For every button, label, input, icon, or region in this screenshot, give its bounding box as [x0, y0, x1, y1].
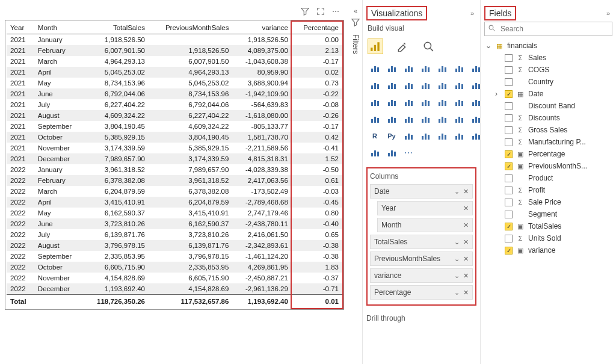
viz-donut-icon[interactable]: [401, 95, 416, 110]
viz-scatter-icon[interactable]: [368, 95, 382, 110]
table-row[interactable]: 2021July6,227,404.226,792,044.06-564,639…: [7, 99, 342, 110]
collapse-viz-icon[interactable]: »: [468, 10, 476, 17]
viz-pie-icon[interactable]: [384, 95, 399, 110]
checkbox[interactable]: ✓: [505, 162, 513, 170]
table-node-financials[interactable]: ⌄ ▦ financials: [484, 40, 612, 52]
focus-mode-icon[interactable]: [316, 7, 325, 17]
viz-area-icon[interactable]: [368, 78, 382, 93]
field-well-date[interactable]: Date⌄✕: [370, 184, 473, 199]
checkbox[interactable]: [505, 66, 513, 74]
field-totalsales[interactable]: ✓▣TotalSales: [484, 220, 612, 232]
viz-more-icon[interactable]: ⋯: [401, 146, 416, 160]
table-row[interactable]: 2021March4,964,293.136,007,901.50-1,043,…: [7, 56, 342, 67]
viz-stacked-col-icon[interactable]: [384, 61, 399, 76]
field-unitssold[interactable]: ΣUnits Sold: [484, 232, 612, 244]
viz-ribbon-icon[interactable]: [435, 78, 449, 93]
table-row[interactable]: 2021April5,045,253.024,964,293.1380,959.…: [7, 67, 342, 78]
viz-stacked-area-icon[interactable]: [384, 78, 399, 93]
col-header-variance[interactable]: variance: [232, 22, 291, 34]
table-row[interactable]: 2022June3,723,810.266,162,590.37-2,438,7…: [7, 218, 342, 229]
viz-waterfall-icon[interactable]: [452, 78, 466, 93]
viz-gauge-icon[interactable]: [368, 112, 382, 126]
table-row[interactable]: 2021August4,609,324.226,227,404.22-1,618…: [7, 110, 342, 121]
filters-tab-icon[interactable]: [351, 18, 360, 28]
more-options-icon[interactable]: ⋯: [332, 7, 340, 17]
viz-kpi-icon[interactable]: [418, 112, 433, 126]
checkbox[interactable]: [505, 138, 513, 146]
field-well-previousmonthsales[interactable]: PreviousMonthSales⌄✕: [370, 251, 473, 266]
collapse-fields-icon[interactable]: »: [604, 10, 612, 17]
viz-python-icon[interactable]: Py: [384, 129, 399, 143]
chevron-down-icon[interactable]: ⌄: [454, 255, 460, 263]
viz-stacked-bar-icon[interactable]: [368, 61, 382, 76]
checkbox[interactable]: ✓: [505, 90, 513, 98]
remove-icon[interactable]: ✕: [463, 205, 469, 212]
field-percentage[interactable]: ✓▣Percentage: [484, 148, 612, 160]
checkbox[interactable]: [505, 211, 513, 218]
col-header-previousmonthsales[interactable]: PreviousMonthSales: [149, 22, 232, 34]
viz-clustered-col-icon[interactable]: [418, 61, 433, 76]
filters-tab-label[interactable]: Filters: [351, 34, 360, 54]
table-row[interactable]: 2021February6,007,901.501,918,526.504,08…: [7, 45, 342, 56]
table-row[interactable]: 2021October5,385,929.153,804,190.451,581…: [7, 132, 342, 143]
table-row[interactable]: 2022July6,139,871.763,723,810.262,416,06…: [7, 229, 342, 240]
build-visual-tab[interactable]: [368, 39, 383, 54]
remove-icon[interactable]: ✕: [463, 238, 469, 246]
table-row[interactable]: 2022February6,378,382.083,961,318.522,41…: [7, 175, 342, 186]
checkbox[interactable]: [505, 54, 513, 62]
table-row[interactable]: 2022October6,605,715.902,335,853.954,269…: [7, 262, 342, 273]
viz-slicer-icon[interactable]: [435, 112, 449, 126]
table-row[interactable]: 2021November3,174,339.595,385,929.15-2,2…: [7, 143, 342, 153]
table-row[interactable]: 2021June6,792,044.068,734,153.96-1,942,1…: [7, 88, 342, 99]
chevron-down-icon[interactable]: ⌄: [454, 238, 460, 246]
checkbox[interactable]: [505, 78, 513, 86]
field-country[interactable]: Country: [484, 76, 612, 88]
table-row[interactable]: 2021January1,918,526.501,918,526.500.00: [7, 34, 342, 46]
field-well-totalsales[interactable]: TotalSales⌄✕: [370, 235, 473, 249]
field-sales[interactable]: ΣSales: [484, 52, 612, 64]
table-row[interactable]: 2022August3,796,978.156,139,871.76-2,342…: [7, 240, 342, 251]
field-profit[interactable]: ΣProfit: [484, 184, 612, 196]
filter-icon[interactable]: [301, 7, 309, 17]
checkbox[interactable]: ✓: [505, 247, 513, 254]
table-row[interactable]: 2022November4,154,828.696,605,715.90-2,4…: [7, 273, 342, 283]
field-well-variance[interactable]: variance⌄✕: [370, 268, 473, 283]
analytics-tab[interactable]: [420, 39, 436, 54]
viz-narrative-icon[interactable]: [452, 129, 466, 143]
field-manufacturingp[interactable]: ΣManufacturing P...: [484, 136, 612, 148]
checkbox[interactable]: ✓: [505, 150, 513, 158]
col-header-month[interactable]: Month: [34, 22, 83, 34]
viz-line-col-icon[interactable]: [401, 78, 416, 93]
checkbox[interactable]: [505, 187, 513, 194]
viz-table-icon[interactable]: [452, 112, 466, 126]
field-variance[interactable]: ✓▣variance: [484, 244, 612, 256]
col-header-totalsales[interactable]: TotalSales: [83, 22, 149, 34]
field-well-month[interactable]: Month✕: [377, 218, 473, 232]
format-visual-tab[interactable]: [394, 39, 410, 54]
viz-100-col-icon[interactable]: [452, 61, 466, 76]
viz-card-icon[interactable]: [384, 112, 399, 126]
table-row[interactable]: 2022April3,415,410.916,204,879.59-2,789,…: [7, 197, 342, 208]
viz-decomp-icon[interactable]: [418, 129, 433, 143]
viz-qna-icon[interactable]: [435, 129, 449, 143]
field-cogs[interactable]: ΣCOGS: [484, 64, 612, 76]
field-previousmonths[interactable]: ✓▣PreviousMonthS...: [484, 160, 612, 172]
checkbox[interactable]: [505, 126, 513, 134]
fields-search[interactable]: [484, 22, 612, 36]
viz-powerapps-icon[interactable]: [384, 146, 399, 160]
viz-100-bar-icon[interactable]: [435, 61, 449, 76]
field-well-year[interactable]: Year✕: [377, 201, 473, 215]
table-visual[interactable]: YearMonthTotalSalesPreviousMonthSalesvar…: [5, 20, 344, 310]
field-saleprice[interactable]: ΣSale Price: [484, 196, 612, 208]
viz-arcgis-icon[interactable]: [368, 146, 382, 160]
remove-icon[interactable]: ✕: [463, 272, 469, 280]
remove-icon[interactable]: ✕: [463, 221, 469, 229]
field-discountband[interactable]: Discount Band: [484, 100, 612, 112]
field-well-percentage[interactable]: Percentage⌄✕: [370, 285, 473, 300]
viz-treemap-icon[interactable]: [418, 95, 433, 110]
viz-r-icon[interactable]: R: [368, 129, 382, 143]
chevron-down-icon[interactable]: ⌄: [454, 188, 460, 196]
remove-icon[interactable]: ✕: [463, 289, 469, 297]
remove-icon[interactable]: ✕: [463, 188, 469, 196]
viz-filled-map-icon[interactable]: [452, 95, 466, 110]
